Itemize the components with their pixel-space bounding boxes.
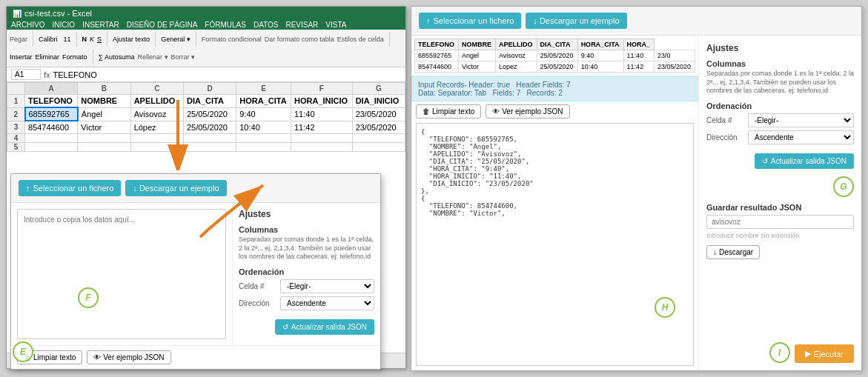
sheet-cell[interactable]: 854744600 bbox=[25, 121, 78, 134]
col-header-g[interactable]: G bbox=[352, 83, 405, 95]
info-bar-line1: Input Records- Header: true Header Field… bbox=[418, 81, 692, 89]
execute-button[interactable]: ▶ Ejecutar bbox=[795, 344, 854, 363]
col-header-b[interactable]: B bbox=[78, 83, 130, 95]
sheet-cell[interactable]: 11:40 bbox=[291, 107, 352, 121]
col-header-c[interactable]: C bbox=[130, 83, 183, 95]
upload-icon: ↑ bbox=[26, 184, 30, 193]
app-overlay-panel: ↑ Seleccionar un fichero ↓ Descargar un … bbox=[10, 173, 381, 370]
sheet-cell[interactable]: DIA_CITA bbox=[183, 95, 236, 108]
sheet-cell[interactable] bbox=[130, 143, 183, 152]
preview-cell: 23/05/2020 bbox=[654, 61, 695, 73]
sheet-cell[interactable] bbox=[78, 134, 130, 143]
sheet-cell[interactable]: 23/05/2020 bbox=[352, 107, 405, 121]
download-icon-save: ↓ bbox=[713, 248, 717, 256]
preview-col-hora: HORA_ bbox=[623, 39, 654, 50]
sheet-cell[interactable] bbox=[183, 143, 236, 152]
right-settings-panel: Ajustes Columnas Separadas por comas don… bbox=[698, 36, 861, 370]
refresh-icon: ↺ bbox=[282, 323, 288, 331]
overlay-celda-select[interactable]: -Elegir- bbox=[280, 279, 374, 293]
data-input-textarea[interactable] bbox=[17, 209, 226, 339]
right-celda-select[interactable]: -Elegir- bbox=[748, 113, 854, 127]
save-json-title: Guardar resultado JSON bbox=[706, 203, 854, 212]
preview-cell: Lopez bbox=[496, 61, 537, 73]
right-celda-label: Celda # bbox=[706, 116, 743, 124]
col-header-f[interactable]: F bbox=[291, 83, 352, 95]
menu-vista[interactable]: VISTA bbox=[325, 21, 346, 29]
sheet-cell[interactable]: 4 bbox=[7, 134, 25, 143]
right-panel-main: TELEFONO NOMBRE APELLIDO DIA_CITA HORA_C… bbox=[411, 36, 861, 370]
right-select-file-button[interactable]: ↑ Seleccionar un fichero bbox=[419, 13, 521, 29]
sheet-cell[interactable]: DIA_INICIO bbox=[352, 95, 405, 108]
sheet-cell[interactable]: 5 bbox=[7, 143, 25, 152]
cell-ref-label: A1 bbox=[11, 69, 41, 80]
right-direccion-label: Dirección bbox=[706, 133, 743, 141]
menu-diseno[interactable]: DISEÑO DE PÁGINA bbox=[127, 21, 198, 29]
right-direccion-select[interactable]: Ascendente bbox=[748, 130, 854, 144]
upload-icon-right: ↑ bbox=[426, 16, 431, 25]
download-button[interactable]: ↓ Descargar bbox=[706, 245, 760, 259]
menu-archivo[interactable]: ARCHIVO bbox=[11, 21, 45, 29]
sheet-cell[interactable]: 10:40 bbox=[236, 121, 291, 134]
sheet-cell[interactable] bbox=[183, 134, 236, 143]
menu-formulas[interactable]: FÓRMULAS bbox=[205, 21, 246, 29]
sheet-cell[interactable] bbox=[130, 134, 183, 143]
menu-inicio[interactable]: INICIO bbox=[53, 21, 76, 29]
sheet-cell[interactable]: TELEFONO bbox=[25, 95, 78, 108]
col-header-a[interactable]: A bbox=[25, 83, 78, 95]
sheet-cell[interactable]: NOMBRE bbox=[78, 95, 130, 108]
sheet-cell[interactable]: 25/05/2020 bbox=[183, 107, 236, 121]
save-hint: Introducir nombre sin extensión bbox=[706, 232, 854, 239]
sheet-cell[interactable] bbox=[236, 143, 291, 152]
sheet-cell[interactable]: 11:42 bbox=[291, 121, 352, 134]
overlay-view-example-button[interactable]: 👁 Ver ejemplo JSON bbox=[87, 350, 170, 364]
sheet-cell[interactable] bbox=[25, 134, 78, 143]
overlay-download-example-button[interactable]: ↓ Descargar un ejemplo bbox=[125, 180, 226, 196]
right-download-example-button[interactable]: ↓ Descargar un ejemplo bbox=[526, 13, 626, 29]
menu-revisar[interactable]: REVISAR bbox=[285, 21, 318, 29]
right-app-panel: ↑ Seleccionar un fichero ↓ Descargar un … bbox=[411, 6, 862, 371]
sheet-cell[interactable] bbox=[236, 134, 291, 143]
view-example-button[interactable]: 👁 Ver ejemplo JSON bbox=[486, 104, 569, 119]
sheet-cell[interactable]: APELLIDO bbox=[130, 95, 183, 108]
bottom-action-btns: 🗑 Limpiar texto 👁 Ver ejemplo JSON bbox=[411, 101, 698, 119]
info-bar: Input Records- Header: true Header Field… bbox=[411, 76, 698, 101]
sheet-cell[interactable]: 2 bbox=[7, 107, 25, 121]
preview-cell: Avisovoz bbox=[496, 50, 537, 61]
sheet-cell[interactable]: 3 bbox=[7, 121, 25, 134]
menu-insertar[interactable]: INSERTAR bbox=[82, 21, 119, 29]
col-header-e[interactable]: E bbox=[236, 83, 291, 95]
preview-cell: 9:40 bbox=[577, 50, 623, 61]
sheet-cell[interactable]: HORA_INICIO bbox=[291, 95, 352, 108]
sheet-cell[interactable] bbox=[352, 134, 405, 143]
sheet-cell[interactable]: Ángel bbox=[78, 107, 130, 121]
sheet-cell[interactable] bbox=[352, 143, 405, 152]
right-update-button[interactable]: ↺ Actualizar salida JSON bbox=[755, 153, 854, 169]
overlay-select-file-button[interactable]: ↑ Seleccionar un fichero bbox=[19, 180, 121, 196]
menu-datos[interactable]: DATOS bbox=[254, 21, 279, 29]
overlay-direccion-select[interactable]: Ascendente bbox=[280, 296, 374, 310]
sheet-cell[interactable]: 1 bbox=[7, 95, 25, 108]
sheet-cell[interactable]: 9:40 bbox=[236, 107, 291, 121]
sheet-cell[interactable]: 25/05/2020 bbox=[183, 121, 236, 134]
excel-icon: 📊 bbox=[13, 10, 21, 18]
trash-icon-right: 🗑 bbox=[423, 107, 430, 116]
sheet-cell[interactable]: 23/05/2020 bbox=[352, 121, 405, 134]
sheet-cell[interactable] bbox=[291, 134, 352, 143]
save-filename-input[interactable] bbox=[706, 215, 854, 229]
sheet-cell[interactable]: 685592765 bbox=[25, 107, 78, 121]
clear-text-button[interactable]: 🗑 Limpiar texto bbox=[416, 104, 481, 119]
col-header-d[interactable]: D bbox=[183, 83, 236, 95]
play-icon: ▶ bbox=[805, 349, 811, 358]
eye-icon-right: 👁 bbox=[492, 107, 500, 116]
preview-cell: 10:40 bbox=[577, 61, 623, 73]
sheet-cell[interactable]: Avisovoz bbox=[130, 107, 183, 121]
sheet-cell[interactable]: López bbox=[130, 121, 183, 134]
sheet-cell[interactable] bbox=[78, 143, 130, 152]
sheet-cell[interactable] bbox=[291, 143, 352, 152]
sheet-cell[interactable]: HORA_CITA bbox=[236, 95, 291, 108]
label-h: H bbox=[655, 297, 675, 318]
sheet-cell[interactable]: Victor bbox=[78, 121, 130, 134]
overlay-ordenacion-title: Ordenación bbox=[239, 267, 374, 276]
sheet-cell[interactable] bbox=[25, 143, 78, 152]
overlay-update-button[interactable]: ↺ Actualizar salida JSON bbox=[275, 319, 374, 335]
